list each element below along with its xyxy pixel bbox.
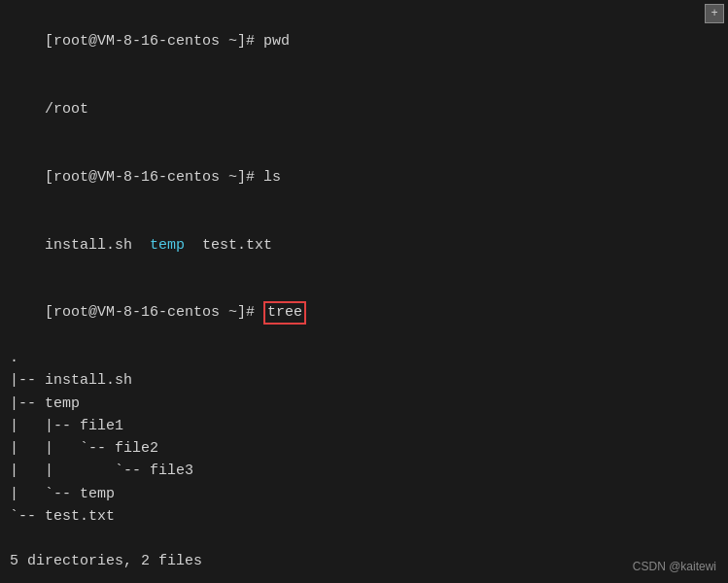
terminal-line: `-- test.txt — [10, 505, 718, 528]
terminal-line: [root@VM-8-16-centos ~]# tree /root/temp… — [10, 573, 718, 584]
output-text: . — [10, 350, 18, 366]
terminal-line: install.sh temp test.txt — [10, 211, 718, 279]
output-text: /root — [45, 101, 88, 118]
terminal-line: [root@VM-8-16-centos ~]# tree — [10, 279, 718, 347]
output-text: | |-- file1 — [10, 418, 123, 434]
highlighted-command: tree — [263, 301, 306, 325]
terminal-window: + [root@VM-8-16-centos ~]# pwd /root [ro… — [0, 0, 728, 583]
terminal-line: [root@VM-8-16-centos ~]# ls — [10, 144, 718, 212]
terminal-line: [root@VM-8-16-centos ~]# pwd — [10, 8, 718, 76]
output-text: |-- temp — [10, 395, 80, 412]
terminal-line: |-- temp — [10, 393, 718, 415]
output-text: test.txt — [185, 237, 272, 254]
output-text: `-- test.txt — [10, 508, 115, 525]
watermark: CSDN @kaitewi — [633, 560, 716, 573]
output-text: | `-- temp — [10, 486, 115, 502]
terminal-line: 5 directories, 2 files — [10, 550, 718, 572]
expand-icon: + — [711, 7, 717, 20]
terminal-line: /root — [10, 76, 718, 144]
terminal-line: . — [10, 347, 718, 369]
output-text: | | `-- file3 — [10, 463, 193, 479]
terminal-line: | | `-- file3 — [10, 460, 718, 482]
terminal-line: | | `-- file2 — [10, 437, 718, 460]
terminal-line: |-- install.sh — [10, 369, 718, 392]
output-text: |-- install.sh — [10, 372, 132, 389]
prompt-text: [root@VM-8-16-centos ~]# — [45, 304, 263, 321]
output-text: install.sh — [45, 237, 150, 254]
cyan-text: temp — [150, 237, 185, 254]
output-text — [10, 531, 18, 547]
prompt-text: [root@VM-8-16-centos ~]# ls — [45, 169, 281, 186]
prompt-text: [root@VM-8-16-centos ~]# pwd — [45, 33, 290, 50]
output-text: | | `-- file2 — [10, 440, 158, 457]
expand-button[interactable]: + — [705, 4, 724, 23]
terminal-line: | `-- temp — [10, 483, 718, 505]
terminal-line: | |-- file1 — [10, 415, 718, 437]
terminal-line — [10, 528, 718, 550]
output-text: 5 directories, 2 files — [10, 553, 202, 569]
